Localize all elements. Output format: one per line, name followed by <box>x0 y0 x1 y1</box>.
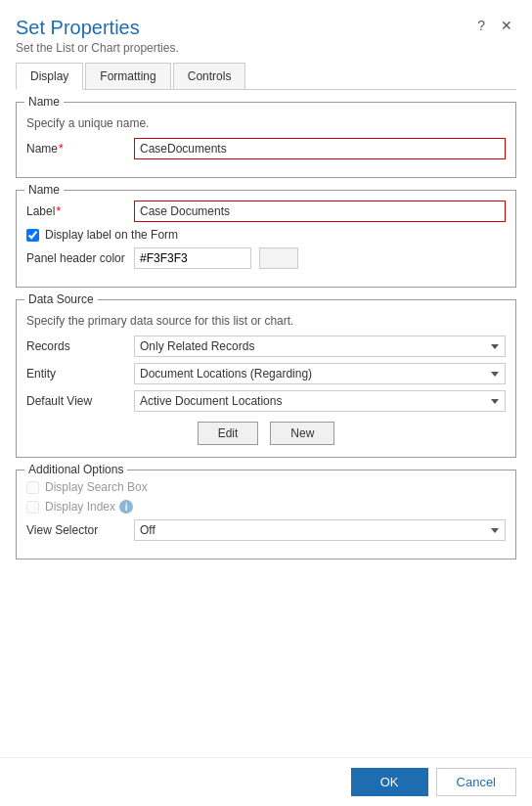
new-button[interactable]: New <box>270 422 334 445</box>
default-view-label: Default View <box>26 394 134 408</box>
dialog-footer: OK Cancel <box>0 757 532 806</box>
records-label: Records <box>26 339 134 353</box>
color-swatch[interactable] <box>259 247 298 269</box>
tab-controls[interactable]: Controls <box>173 63 246 89</box>
display-label-row: Display label on the Form <box>26 228 506 242</box>
display-index-checkbox[interactable] <box>26 501 39 514</box>
edit-new-buttons: Edit New <box>26 422 506 445</box>
label-section-legend: Name <box>24 183 64 197</box>
help-button[interactable]: ? <box>473 16 489 35</box>
display-index-info-icon[interactable]: i <box>119 500 133 514</box>
name-label: Name* <box>26 142 134 156</box>
records-select[interactable]: Only Related Records All Records <box>134 336 506 357</box>
view-selector-select[interactable]: Off On Show All Views Show Selected View… <box>134 519 506 541</box>
display-index-label: Display Index <box>45 500 115 514</box>
name-required-star: * <box>59 142 64 156</box>
name-section-legend: Name <box>24 95 64 109</box>
data-source-description: Specify the primary data source for this… <box>26 314 506 328</box>
data-source-legend: Data Source <box>24 292 98 306</box>
entity-select[interactable]: Document Locations (Regarding) <box>134 363 506 384</box>
panel-header-color-input[interactable] <box>134 247 251 269</box>
dialog-action-buttons: ? ✕ <box>473 16 516 35</box>
panel-header-color-row: Panel header color <box>26 247 506 269</box>
tab-display[interactable]: Display <box>16 63 83 90</box>
ok-button[interactable]: OK <box>351 768 428 796</box>
panel-header-color-label: Panel header color <box>26 251 134 265</box>
default-view-field-row: Default View Active Document Locations <box>26 390 506 412</box>
display-label-text: Display label on the Form <box>45 228 178 242</box>
display-search-box-checkbox[interactable] <box>26 481 39 494</box>
set-properties-dialog: Set Properties Set the List or Chart pro… <box>0 0 532 806</box>
tab-content-display: Name Specify a unique name. Name* Name L… <box>0 90 532 757</box>
name-input[interactable] <box>134 138 506 159</box>
display-search-box-row: Display Search Box <box>26 480 506 494</box>
records-field-row: Records Only Related Records All Records <box>26 336 506 357</box>
cancel-button[interactable]: Cancel <box>436 768 516 796</box>
display-search-box-label: Display Search Box <box>45 480 148 494</box>
default-view-select[interactable]: Active Document Locations <box>134 390 506 412</box>
label-input[interactable] <box>134 201 506 222</box>
label-section: Name Label* Display label on the Form Pa… <box>16 190 516 288</box>
view-selector-label: View Selector <box>26 523 134 537</box>
dialog-subtitle: Set the List or Chart properties. <box>16 41 473 55</box>
tab-formatting[interactable]: Formatting <box>85 63 170 89</box>
label-label: Label* <box>26 204 134 218</box>
display-label-checkbox[interactable] <box>26 229 39 242</box>
dialog-title-area: Set Properties Set the List or Chart pro… <box>16 16 473 55</box>
edit-button[interactable]: Edit <box>198 422 259 445</box>
display-index-row: Display Index i <box>26 500 506 514</box>
data-source-section: Data Source Specify the primary data sou… <box>16 299 516 458</box>
name-field-row: Name* <box>26 138 506 159</box>
name-section: Name Specify a unique name. Name* <box>16 102 516 178</box>
dialog-title: Set Properties <box>16 16 473 39</box>
name-section-description: Specify a unique name. <box>26 116 506 130</box>
close-button[interactable]: ✕ <box>497 16 516 35</box>
entity-label: Entity <box>26 367 134 381</box>
dialog-header: Set Properties Set the List or Chart pro… <box>0 0 532 63</box>
view-selector-row: View Selector Off On Show All Views Show… <box>26 519 506 541</box>
entity-field-row: Entity Document Locations (Regarding) <box>26 363 506 384</box>
tabs-bar: Display Formatting Controls <box>16 63 516 90</box>
label-field-row: Label* <box>26 201 506 222</box>
additional-options-section: Additional Options Display Search Box Di… <box>16 470 516 560</box>
additional-options-legend: Additional Options <box>24 463 127 476</box>
label-required-star: * <box>56 204 61 218</box>
